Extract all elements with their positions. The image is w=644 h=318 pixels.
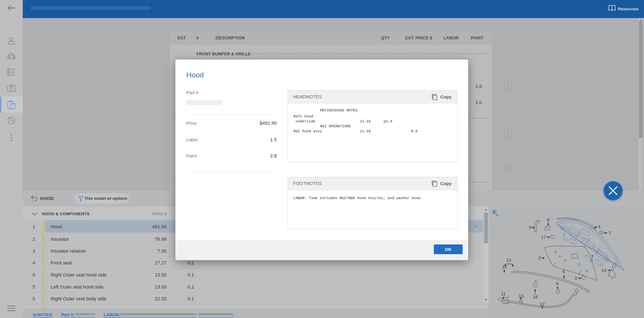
svg-text:6: 6 [562, 269, 565, 274]
svg-text:7: 7 [608, 231, 611, 235]
svg-text:8: 8 [547, 217, 550, 222]
svg-text:10: 10 [602, 268, 606, 273]
svg-text:9: 9 [556, 281, 558, 286]
svg-text:2: 2 [538, 255, 541, 260]
svg-text:12: 12 [540, 301, 544, 306]
svg-text:5: 5 [529, 225, 532, 230]
svg-text:11: 11 [501, 291, 506, 296]
svg-text:17: 17 [541, 235, 546, 240]
svg-text:4: 4 [598, 224, 601, 229]
svg-text:16: 16 [533, 294, 538, 299]
svg-text:3: 3 [574, 276, 577, 281]
svg-text:14: 14 [506, 258, 511, 262]
